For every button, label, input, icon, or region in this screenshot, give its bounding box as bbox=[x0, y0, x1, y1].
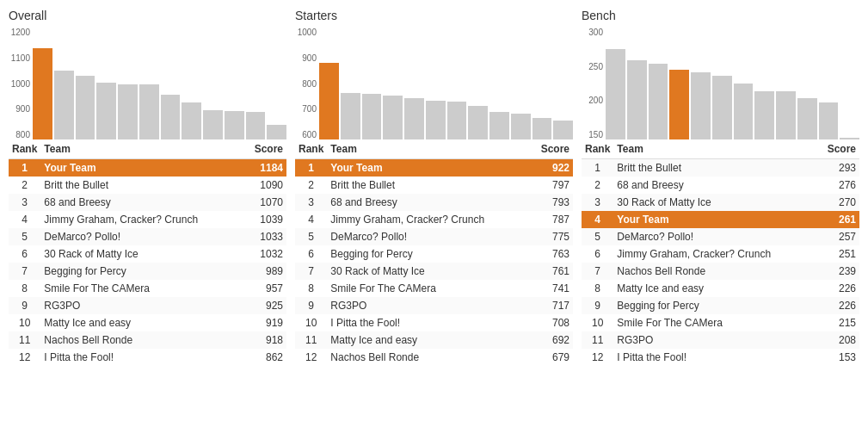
bar-normal bbox=[246, 112, 266, 139]
rank-cell: 9 bbox=[295, 297, 327, 314]
team-cell: 30 Rack of Matty Ice bbox=[40, 245, 242, 263]
team-cell: Your Team bbox=[613, 211, 815, 228]
bar bbox=[182, 102, 201, 139]
bar-normal bbox=[691, 72, 711, 139]
bar bbox=[754, 91, 774, 139]
team-cell: Matty Ice and easy bbox=[613, 280, 815, 297]
table-row: 10I Pitta the Fool!708 bbox=[295, 314, 573, 331]
score-cell: 862 bbox=[242, 349, 286, 366]
team-cell: 68 and Breesy bbox=[327, 194, 528, 211]
rankings-table: RankTeamScore1Britt the Bullet293268 and… bbox=[582, 139, 859, 366]
team-cell: Nachos Bell Ronde bbox=[613, 263, 815, 280]
team-cell: DeMarco? Pollo! bbox=[327, 228, 528, 245]
section-title: Starters bbox=[295, 9, 573, 22]
team-cell: Begging for Percy bbox=[40, 263, 242, 280]
y-axis-label: 1200 bbox=[11, 28, 30, 37]
bar bbox=[532, 118, 552, 139]
bar-highlight bbox=[319, 63, 339, 139]
team-cell: Britt the Bullet bbox=[40, 177, 242, 194]
bar-normal bbox=[511, 114, 531, 139]
bar-normal bbox=[54, 71, 74, 139]
col-header-rank: Rank bbox=[295, 139, 327, 159]
table-row: 4Jimmy Graham, Cracker? Crunch1039 bbox=[9, 211, 286, 228]
bar-normal bbox=[76, 76, 95, 139]
bar bbox=[840, 138, 859, 139]
rank-cell: 1 bbox=[582, 159, 613, 177]
score-cell: 226 bbox=[815, 297, 859, 314]
bar-normal bbox=[118, 84, 138, 139]
rank-cell: 2 bbox=[9, 177, 40, 194]
team-cell: Begging for Percy bbox=[613, 297, 815, 314]
score-cell: 153 bbox=[815, 349, 859, 366]
bar bbox=[118, 84, 138, 139]
bar-highlight bbox=[33, 48, 52, 139]
team-cell: Jimmy Graham, Cracker? Crunch bbox=[327, 211, 528, 228]
bar bbox=[797, 98, 817, 139]
rankings-table: RankTeamScore1Your Team9222Britt the Bul… bbox=[295, 139, 573, 366]
col-header-rank: Rank bbox=[9, 139, 40, 159]
rank-cell: 8 bbox=[9, 280, 40, 297]
team-cell: Nachos Bell Ronde bbox=[327, 349, 528, 366]
table-row: 2Britt the Bullet797 bbox=[295, 177, 573, 194]
bar bbox=[669, 70, 689, 139]
team-cell: Jimmy Graham, Cracker? Crunch bbox=[613, 245, 815, 263]
bar-normal bbox=[819, 102, 839, 139]
bar-normal bbox=[797, 98, 817, 139]
bar-normal bbox=[468, 106, 488, 139]
rank-cell: 7 bbox=[9, 263, 40, 280]
score-cell: 1039 bbox=[242, 211, 286, 228]
bar-normal bbox=[447, 102, 467, 139]
bar bbox=[404, 98, 424, 139]
team-cell: I Pitta the Fool! bbox=[327, 314, 528, 331]
y-axis-label: 150 bbox=[588, 130, 603, 139]
bar-normal bbox=[341, 93, 360, 139]
score-cell: 925 bbox=[242, 297, 286, 314]
table-row: 12Nachos Bell Ronde679 bbox=[295, 349, 573, 366]
chart-wrap: 1000900800700600 bbox=[295, 28, 573, 139]
score-cell: 1032 bbox=[242, 245, 286, 263]
score-cell: 793 bbox=[528, 194, 573, 211]
score-cell: 761 bbox=[528, 263, 573, 280]
table-row: 9Begging for Percy226 bbox=[582, 297, 859, 314]
score-cell: 679 bbox=[528, 349, 573, 366]
team-cell: Smile For The CAMera bbox=[40, 280, 242, 297]
score-cell: 257 bbox=[815, 228, 859, 245]
bar bbox=[362, 94, 382, 139]
score-cell: 215 bbox=[815, 314, 859, 331]
team-cell: Matty Ice and easy bbox=[327, 331, 528, 349]
team-cell: Nachos Bell Ronde bbox=[40, 331, 242, 349]
table-row: 4Jimmy Graham, Cracker? Crunch787 bbox=[295, 211, 573, 228]
rank-cell: 4 bbox=[582, 211, 613, 228]
col-header-score: Score bbox=[242, 139, 286, 159]
score-cell: 1070 bbox=[242, 194, 286, 211]
bar bbox=[96, 83, 116, 139]
table-row: 1Your Team1184 bbox=[9, 159, 286, 177]
score-cell: 239 bbox=[815, 263, 859, 280]
section-title: Bench bbox=[582, 9, 859, 22]
bar-normal bbox=[362, 94, 382, 139]
score-cell: 1033 bbox=[242, 228, 286, 245]
bar-normal bbox=[139, 84, 159, 139]
bar-normal bbox=[734, 84, 754, 139]
table-row: 12I Pitta the Fool!862 bbox=[9, 349, 286, 366]
y-axis-label: 700 bbox=[302, 104, 317, 114]
table-row: 6Jimmy Graham, Cracker? Crunch251 bbox=[582, 245, 859, 263]
y-axis-label: 300 bbox=[588, 28, 603, 37]
table-row: 9RG3PO717 bbox=[295, 297, 573, 314]
table-row: 268 and Breesy276 bbox=[582, 177, 859, 194]
bar bbox=[606, 49, 625, 139]
team-cell: Smile For The CAMera bbox=[327, 280, 528, 297]
rank-cell: 10 bbox=[582, 314, 613, 331]
score-cell: 957 bbox=[242, 280, 286, 297]
rank-cell: 6 bbox=[9, 245, 40, 263]
team-cell: RG3PO bbox=[613, 331, 815, 349]
bar bbox=[553, 121, 573, 139]
bar bbox=[649, 64, 668, 139]
bar-normal bbox=[606, 49, 625, 139]
bar-normal bbox=[649, 64, 668, 139]
table-row: 11RG3PO208 bbox=[582, 331, 859, 349]
bar bbox=[819, 102, 839, 139]
rank-cell: 11 bbox=[9, 331, 40, 349]
team-cell: RG3PO bbox=[327, 297, 528, 314]
rank-cell: 9 bbox=[582, 297, 613, 314]
